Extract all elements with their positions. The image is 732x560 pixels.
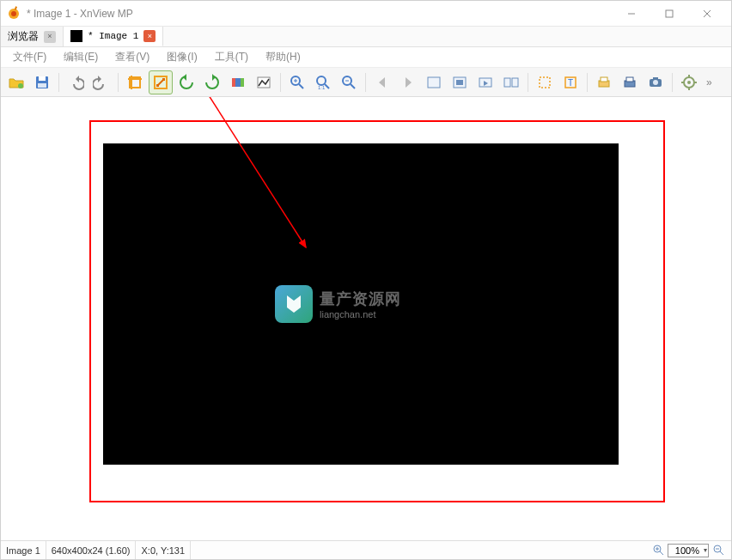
app-window: * Image 1 - XnView MP 浏览器 × * Image 1 × … — [0, 0, 732, 560]
svg-rect-16 — [232, 78, 235, 87]
crop-button[interactable] — [123, 70, 147, 94]
watermark: 量产资源网 liangchan.net — [275, 285, 401, 323]
watermark-main-text: 量产资源网 — [320, 289, 401, 309]
app-icon — [6, 6, 21, 21]
resize-button[interactable] — [149, 70, 173, 94]
settings-button[interactable] — [677, 70, 701, 94]
tab-image-1[interactable]: * Image 1 × — [64, 27, 163, 46]
svg-rect-41 — [626, 77, 633, 82]
status-name: Image 1 — [1, 541, 46, 559]
svg-point-1 — [11, 11, 16, 16]
toolbar: 1:1 T » — [1, 68, 731, 97]
levels-button[interactable] — [252, 70, 276, 94]
svg-line-5 — [704, 10, 711, 17]
svg-rect-17 — [241, 78, 244, 87]
menu-help[interactable]: 帮助(H) — [259, 48, 308, 66]
svg-line-57 — [720, 551, 723, 555]
close-button[interactable] — [688, 2, 726, 26]
canvas-area[interactable]: 量产资源网 liangchan.net — [1, 97, 731, 540]
zoom-controls: ▾ — [652, 544, 731, 557]
tab-browser[interactable]: 浏览器 × — [1, 27, 64, 46]
zoom-in-icon[interactable] — [652, 545, 664, 557]
menu-edit[interactable]: 编辑(E) — [57, 48, 105, 66]
menubar: 文件(F) 编辑(E) 查看(V) 图像(I) 工具(T) 帮助(H) — [1, 47, 731, 68]
svg-line-53 — [660, 551, 663, 555]
save-button[interactable] — [30, 70, 54, 94]
watermark-icon — [275, 285, 313, 323]
close-icon[interactable]: × — [143, 30, 156, 42]
next-button[interactable] — [396, 70, 420, 94]
fit-window-button[interactable] — [422, 70, 446, 94]
print-button[interactable] — [592, 70, 616, 94]
svg-rect-4 — [666, 10, 673, 17]
svg-rect-39 — [601, 77, 607, 82]
svg-line-20 — [299, 84, 303, 88]
compare-button[interactable] — [499, 70, 523, 94]
svg-rect-44 — [653, 77, 658, 80]
maximize-button[interactable] — [650, 2, 688, 26]
minimize-button[interactable] — [613, 2, 650, 26]
acquire-button[interactable] — [644, 70, 668, 94]
tabbar: 浏览器 × * Image 1 × — [1, 27, 731, 47]
svg-text:T: T — [568, 78, 573, 88]
status-pos: X:0, Y:131 — [136, 541, 191, 559]
svg-rect-31 — [456, 80, 463, 85]
svg-rect-10 — [38, 83, 46, 88]
svg-line-27 — [351, 84, 355, 88]
zoom-in-button[interactable] — [285, 70, 309, 94]
svg-rect-34 — [512, 78, 518, 87]
watermark-sub-text: liangchan.net — [320, 309, 401, 320]
zoom-input[interactable] — [668, 544, 709, 557]
close-icon[interactable]: × — [44, 31, 56, 43]
menu-image[interactable]: 图像(I) — [160, 48, 204, 66]
statusbar: Image 1 640x400x24 (1.60) X:0, Y:131 ▾ — [1, 540, 731, 559]
select-button[interactable] — [533, 70, 557, 94]
svg-rect-2 — [15, 6, 17, 9]
menu-tools[interactable]: 工具(T) — [208, 48, 255, 66]
rotate-left-button[interactable] — [174, 70, 198, 94]
menu-view[interactable]: 查看(V) — [108, 48, 156, 66]
slideshow-button[interactable] — [473, 70, 497, 94]
svg-text:1:1: 1:1 — [318, 85, 326, 90]
svg-line-24 — [325, 84, 329, 88]
svg-point-46 — [687, 81, 691, 84]
rotate-right-button[interactable] — [200, 70, 224, 94]
window-title: * Image 1 - XnView MP — [27, 8, 133, 20]
status-dims: 640x400x24 (1.60) — [46, 541, 137, 559]
toolbar-overflow[interactable]: » — [703, 76, 716, 88]
tab-label: * Image 1 — [88, 31, 138, 41]
fullscreen-button[interactable] — [448, 70, 472, 94]
tab-thumbnail — [70, 30, 82, 42]
svg-rect-29 — [428, 77, 440, 88]
zoom-out-icon[interactable] — [712, 545, 724, 557]
svg-point-23 — [317, 76, 326, 85]
tab-label: 浏览器 — [8, 29, 39, 44]
svg-point-7 — [18, 83, 23, 88]
undo-button[interactable] — [64, 70, 88, 94]
titlebar: * Image 1 - XnView MP — [1, 1, 731, 27]
color-button[interactable] — [226, 70, 250, 94]
svg-line-6 — [704, 10, 711, 17]
redo-button[interactable] — [89, 70, 113, 94]
chevron-down-icon[interactable]: ▾ — [704, 546, 707, 554]
menu-file[interactable]: 文件(F) — [6, 48, 53, 66]
zoom-out-button[interactable] — [337, 70, 361, 94]
svg-rect-35 — [540, 77, 550, 88]
text-tool-button[interactable]: T — [558, 70, 583, 94]
open-button[interactable] — [4, 70, 28, 94]
prev-button[interactable] — [370, 70, 394, 94]
svg-point-43 — [653, 80, 658, 85]
export-button[interactable] — [618, 70, 642, 94]
svg-rect-9 — [39, 76, 46, 81]
zoom-actual-button[interactable]: 1:1 — [311, 70, 335, 94]
svg-rect-33 — [504, 78, 510, 87]
